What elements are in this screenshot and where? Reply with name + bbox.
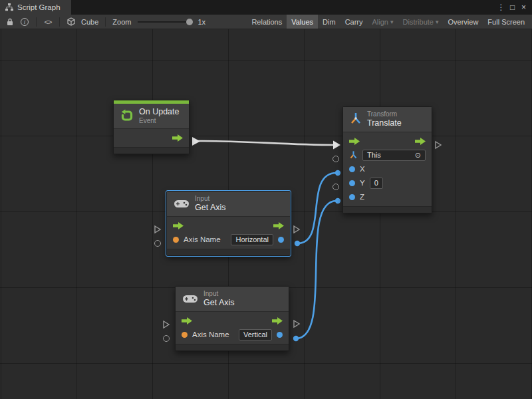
toolbar-separator — [105, 17, 106, 27]
port-marker-translate-y[interactable] — [332, 184, 339, 190]
on-update-loop-icon — [120, 109, 134, 122]
node-title: Get Axis — [203, 298, 235, 308]
zoom-slider-handle[interactable] — [186, 19, 193, 25]
node-subtitle: Event — [139, 117, 179, 125]
toolbar-button-dim[interactable]: Dim — [318, 15, 340, 29]
graph-icon — [5, 3, 13, 11]
window-menu-icon[interactable]: ⋮ — [495, 0, 507, 15]
tab-label: Script Graph — [17, 3, 61, 11]
port-marker-gah-control-in[interactable] — [154, 225, 162, 234]
node-get-axis-vertical[interactable]: Input Get Axis Axis Name Vertical — [175, 286, 289, 351]
toolbar-button-align[interactable]: Align ▾ — [368, 15, 398, 29]
toolbar-button-values[interactable]: Values — [287, 15, 318, 29]
zoom-value: 1x — [198, 18, 205, 26]
axis-name-port[interactable] — [173, 237, 179, 243]
z-value-port[interactable] — [349, 194, 355, 200]
port-marker-translate-control-out[interactable] — [434, 140, 442, 150]
y-value-port[interactable] — [349, 180, 355, 186]
node-header[interactable]: Input Get Axis — [176, 287, 289, 312]
y-value-field[interactable]: 0 — [370, 178, 383, 189]
node-footer — [343, 206, 432, 213]
node-footer — [114, 147, 189, 154]
target-object-label[interactable]: Cube — [78, 18, 101, 26]
toolbar-button-overview[interactable]: Overview — [444, 15, 483, 29]
zoom-label: Zoom — [110, 18, 134, 26]
toolbar-separator — [59, 17, 60, 27]
result-output-port[interactable] — [278, 237, 284, 243]
axis-name-field[interactable]: Horizontal — [231, 234, 273, 245]
port-marker-gav-control-in[interactable] — [162, 320, 170, 329]
node-header[interactable]: Input Get Axis — [167, 192, 290, 217]
toolbar-button-fullscreen[interactable]: Full Screen — [483, 15, 529, 29]
this-target-dropdown[interactable]: This ⊙ — [362, 150, 426, 161]
axis-name-port[interactable] — [182, 332, 188, 338]
toolbar-separator — [36, 17, 37, 27]
gamepad-icon — [182, 294, 198, 304]
port-marker-gah-axis-name[interactable] — [154, 240, 161, 247]
control-input-arrowhead[interactable] — [333, 141, 340, 150]
info-icon[interactable]: i — [17, 15, 32, 29]
x-value-port[interactable] — [349, 166, 355, 172]
node-subtitle: Input — [195, 195, 226, 203]
port-marker-gah-control-out[interactable] — [293, 225, 301, 234]
close-icon[interactable]: × — [518, 0, 529, 15]
chevron-down-icon: ▾ — [390, 19, 394, 25]
result-output-port[interactable] — [277, 332, 283, 338]
control-input-port[interactable] — [173, 222, 184, 229]
node-translate[interactable]: Transform Translate This — [342, 106, 432, 213]
maximize-icon[interactable]: □ — [507, 0, 518, 15]
node-header[interactable]: On Update Event — [114, 104, 189, 129]
control-output-port[interactable] — [272, 317, 283, 325]
cube-target-icon[interactable] — [64, 15, 78, 29]
graph-toolbar: i <> Cube Zoom 1x Relations Values Dim C… — [0, 15, 532, 29]
node-footer — [176, 344, 289, 350]
axis-name-label: Axis Name — [184, 235, 221, 243]
wire-endpoint-dot[interactable] — [295, 241, 300, 246]
control-output-port[interactable] — [415, 138, 426, 145]
transform-icon — [350, 112, 362, 126]
wire-endpoint-dot[interactable] — [335, 198, 340, 203]
node-subtitle: Transform — [367, 110, 402, 118]
toolbar-button-distribute[interactable]: Distribute ▾ — [398, 15, 444, 29]
node-title: Get Axis — [195, 203, 226, 213]
port-marker-gav-axis-name[interactable] — [163, 335, 170, 342]
transform-mini-icon — [349, 150, 358, 160]
title-bar: Script Graph ⋮ □ × — [0, 0, 532, 15]
node-subtitle: Input — [203, 290, 235, 298]
wire-horizontal-to-x — [297, 173, 336, 243]
wire-vertical-to-z — [296, 201, 336, 338]
wire-onupdate-to-translate — [197, 141, 334, 145]
node-title: Translate — [367, 118, 402, 128]
node-title: On Update — [139, 107, 179, 117]
control-output-port[interactable] — [172, 134, 183, 142]
node-on-update[interactable]: On Update Event — [113, 100, 190, 154]
node-header[interactable]: Transform Translate — [343, 107, 432, 132]
toolbar-buttons: Relations Values Dim Carry Align ▾ Distr… — [247, 15, 529, 29]
window-controls: ⋮ □ × — [495, 0, 532, 15]
lock-icon[interactable] — [3, 15, 17, 29]
node-footer — [167, 249, 290, 255]
control-input-port[interactable] — [182, 317, 192, 325]
y-port-label: Y — [360, 179, 365, 187]
toolbar-button-relations[interactable]: Relations — [247, 15, 287, 29]
control-output-port[interactable] — [273, 222, 284, 229]
tab-script-graph[interactable]: Script Graph — [0, 0, 71, 15]
object-picker-icon[interactable]: ⊙ — [415, 150, 421, 160]
z-port-label: Z — [360, 193, 364, 201]
axis-name-label: Axis Name — [192, 331, 229, 338]
control-output-arrowhead[interactable] — [192, 137, 200, 146]
axis-name-field[interactable]: Vertical — [239, 329, 272, 340]
chevron-down-icon: ▾ — [436, 19, 439, 25]
control-input-port[interactable] — [349, 138, 360, 145]
wire-endpoint-dot[interactable] — [335, 170, 340, 176]
x-port-label: X — [360, 165, 365, 173]
toolbar-button-carry[interactable]: Carry — [340, 15, 368, 29]
node-get-axis-horizontal[interactable]: Input Get Axis Axis Name Horizontal — [166, 191, 291, 256]
wire-endpoint-dot[interactable] — [293, 336, 299, 341]
port-marker-gav-control-out[interactable] — [293, 319, 301, 329]
graph-canvas[interactable]: On Update Event Transform Translat — [0, 29, 532, 399]
gamepad-icon — [174, 199, 190, 209]
zoom-slider[interactable] — [138, 21, 192, 23]
code-preview-icon[interactable]: <> — [41, 15, 55, 29]
port-marker-translate-this[interactable] — [332, 156, 339, 162]
